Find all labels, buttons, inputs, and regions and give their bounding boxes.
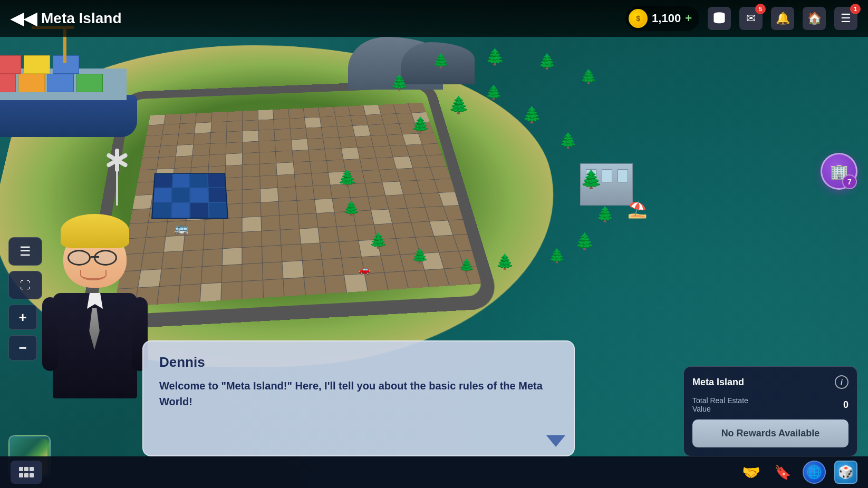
tree-12: 🌲 [411, 248, 428, 264]
tree-9: 🌲 [548, 248, 565, 264]
building-count-badge: 7 [842, 174, 857, 189]
back-button[interactable]: ◀◀ Meta Island [11, 8, 121, 28]
vehicle: 🚗 [359, 263, 370, 275]
tree-8: 🌲 [575, 232, 594, 250]
dialog-text: Welcome to "Meta Island!" Here, I'll tel… [159, 378, 558, 409]
home-icon: 🏠 [807, 12, 822, 25]
arm-left [42, 297, 58, 371]
real-estate-label-group: Total Real Estate Value [692, 396, 748, 413]
svg-rect-2 [24, 467, 28, 471]
mail-button[interactable]: ✉ 5 [739, 7, 763, 30]
tree-14: 🌲 [343, 200, 360, 217]
stack-icon-button[interactable] [708, 7, 731, 30]
coin-icon: $ [629, 9, 648, 28]
tree-6: 🌲 [580, 169, 602, 190]
dialog-box: Dennis Welcome to "Meta Island!" Here, I… [142, 340, 575, 456]
panel-info-button[interactable]: i [835, 375, 848, 389]
notification-button[interactable]: 🔔 [771, 7, 794, 30]
bookmark-button[interactable]: 🔖 [771, 461, 794, 484]
char-body [53, 293, 137, 398]
dice-button[interactable]: 🎲 [834, 461, 857, 484]
shirt-collar [82, 293, 108, 309]
minus-icon: − [18, 340, 26, 356]
tree-20: 🌲 [580, 69, 597, 85]
back-arrow-icon: ◀◀ [11, 8, 37, 28]
fullscreen-button[interactable]: ⛶ [8, 271, 42, 299]
handshake-button[interactable]: 🤝 [739, 461, 763, 484]
dialog-speaker: Dennis [159, 354, 558, 370]
panel-title: Meta Island [692, 377, 744, 388]
globe-icon: 🌐 [806, 465, 822, 480]
tree-11: 🌲 [459, 258, 475, 273]
tree-13: 🌲 [369, 232, 388, 249]
building-button[interactable]: 🏢 7 [821, 153, 857, 190]
bookmark-icon: 🔖 [774, 464, 791, 481]
tree-5: 🌲 [559, 132, 577, 149]
real-estate-row: Total Real Estate Value 0 [692, 396, 848, 413]
right-info-panel: Meta Island i Total Real Estate Value 0 … [683, 366, 857, 456]
bottom-bar: 🤝 🔖 🌐 🎲 [0, 456, 868, 488]
tree-7: 🌲 [596, 206, 614, 223]
real-estate-label-line1: Total Real Estate [692, 396, 748, 405]
dice-icon: 🎲 [838, 465, 854, 480]
menu-badge: 1 [850, 4, 861, 14]
tree-17: 🌲 [432, 53, 449, 69]
globe-button[interactable]: 🌐 [803, 461, 826, 484]
beach-umbrella: ⛱️ [628, 200, 647, 219]
mouth [80, 270, 107, 280]
bus: 🚌 [174, 221, 188, 235]
svg-rect-3 [30, 467, 34, 471]
coin-amount: 1,100 [652, 12, 681, 25]
glasses-right [94, 250, 117, 266]
handshake-icon: 🤝 [742, 464, 760, 481]
cargo-green [76, 74, 103, 92]
no-rewards-button[interactable]: No Rewards Available [692, 419, 848, 447]
char-hair [61, 214, 129, 248]
solar-panels [151, 173, 228, 219]
cargo-ship [0, 42, 137, 137]
svg-rect-4 [19, 473, 23, 477]
panel-title-row: Meta Island i [692, 375, 848, 389]
wind-turbine-1 [116, 163, 118, 206]
glasses-bridge [91, 256, 99, 258]
character-dennis [42, 214, 148, 414]
bell-icon: 🔔 [776, 12, 790, 25]
svg-rect-1 [19, 467, 23, 471]
add-coins-button[interactable]: + [685, 12, 692, 25]
svg-rect-6 [30, 473, 34, 477]
mail-badge: 5 [755, 4, 766, 14]
expand-icon: ⛶ [20, 279, 31, 291]
tree-2: 🌲 [448, 95, 469, 115]
top-bar-right: $ 1,100 + ✉ 5 🔔 🏠 ☰ 1 [625, 6, 857, 31]
svg-rect-5 [24, 473, 28, 477]
tree-18: 🌲 [485, 47, 505, 66]
build-grid-button[interactable] [11, 461, 42, 484]
tree-3: 🌲 [485, 84, 502, 101]
cargo-red [0, 74, 16, 92]
char-head [58, 214, 132, 293]
menu-button[interactable]: ☰ 1 [834, 7, 857, 30]
ship-hull [0, 95, 137, 137]
coin-display: $ 1,100 + [625, 6, 699, 31]
tree-4: 🌲 [522, 105, 542, 124]
plus-icon: + [18, 309, 26, 326]
top-bar: ◀◀ Meta Island $ 1,100 + ✉ 5 🔔 [0, 0, 868, 37]
zoom-in-button[interactable]: + [8, 305, 37, 330]
tree-16: 🌲 [390, 74, 409, 91]
real-estate-label-line2: Value [692, 405, 748, 413]
bottom-bar-left [11, 461, 42, 484]
zoom-out-button[interactable]: − [8, 335, 37, 360]
page-title: Meta Island [41, 10, 121, 27]
glasses-left [67, 250, 91, 266]
list-view-button[interactable]: ☰ [8, 237, 42, 266]
cargo-yellow [24, 55, 50, 74]
tree-15: 🌲 [337, 169, 357, 187]
dialog-next-button[interactable] [546, 435, 565, 447]
hamburger-icon: ☰ [841, 12, 851, 25]
cargo-orange [18, 74, 45, 92]
tree-19: 🌲 [538, 53, 556, 70]
home-button[interactable]: 🏠 [803, 7, 826, 30]
mail-icon: ✉ [746, 12, 756, 25]
cargo-blue [47, 74, 74, 92]
grid-icon [19, 467, 34, 477]
